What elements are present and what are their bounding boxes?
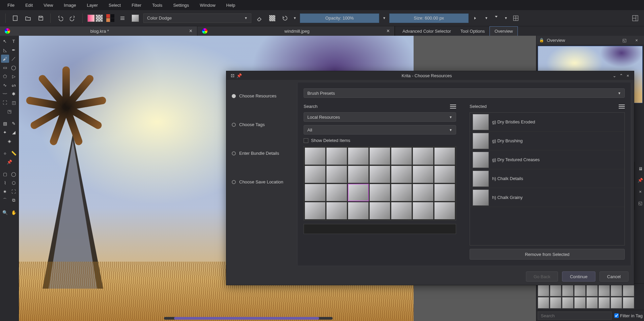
chevron-down-icon[interactable]: ▼: [383, 16, 386, 20]
preset-cell[interactable]: [413, 166, 433, 183]
docker-detach-icon[interactable]: ◱: [636, 198, 644, 208]
docker-monitor-icon[interactable]: 🖥: [636, 164, 644, 173]
menu-image[interactable]: Image: [59, 1, 81, 10]
preset-cell[interactable]: [391, 202, 412, 220]
selected-item[interactable]: g) Dry Brushing: [470, 132, 624, 150]
preset-cell[interactable]: [348, 166, 369, 183]
color-picker-tool-icon[interactable]: ✎: [10, 119, 18, 127]
brush-preset-thumb[interactable]: [611, 297, 622, 309]
show-deleted-checkbox[interactable]: Show Deleted Items: [304, 138, 456, 143]
polyline-tool-icon[interactable]: ▷: [10, 72, 18, 80]
brush-preset-thumb[interactable]: [598, 285, 610, 296]
menu-select[interactable]: Select: [104, 1, 125, 10]
pattern-options-icon[interactable]: [118, 13, 127, 23]
preset-cell[interactable]: [391, 166, 412, 183]
brush-preset-thumb[interactable]: [623, 297, 634, 309]
pan-tool-icon[interactable]: ✋: [10, 208, 18, 216]
blend-mode-select[interactable]: Color Dodge ▼: [143, 13, 251, 23]
freehand-path-tool-icon[interactable]: ᔕ: [10, 81, 18, 89]
menu-layer[interactable]: Layer: [82, 1, 103, 10]
multibrush-tool-icon[interactable]: ✱: [10, 90, 18, 98]
selected-item[interactable]: g) Dry Bristles Eroded: [470, 113, 624, 132]
add-to-selected-slot[interactable]: [304, 224, 456, 234]
preset-cell[interactable]: [348, 147, 369, 165]
menu-edit[interactable]: Edit: [21, 1, 37, 10]
preset-cell[interactable]: [305, 147, 326, 165]
rect-select-tool-icon[interactable]: ▢: [1, 170, 9, 178]
cancel-button[interactable]: Cancel: [599, 271, 628, 282]
selected-item[interactable]: h) Chalk Grainy: [470, 188, 624, 207]
source-select[interactable]: Local Resources▼: [304, 112, 456, 122]
horizontal-scrollbar[interactable]: [164, 317, 333, 320]
brush-search-input[interactable]: [538, 312, 612, 320]
contiguous-select-tool-icon[interactable]: ✷: [1, 187, 9, 196]
filter-in-tag-checkbox[interactable]: Filter in Tag: [614, 312, 643, 320]
transform-tool-icon[interactable]: ⛶: [1, 98, 9, 107]
dialog-maximize-icon[interactable]: ⌃: [618, 73, 624, 78]
preset-cell[interactable]: [434, 184, 455, 201]
chevron-down-icon[interactable]: ▼: [293, 16, 297, 20]
menu-settings[interactable]: Settings: [168, 1, 194, 10]
preset-cell[interactable]: [434, 147, 455, 165]
wizard-step-choose-save[interactable]: Choose Save Location: [232, 179, 292, 184]
tag-filter-select[interactable]: All▼: [304, 125, 456, 135]
preset-cell[interactable]: [434, 202, 455, 220]
alpha-lock-icon[interactable]: [268, 13, 277, 23]
preset-cell[interactable]: [305, 184, 326, 201]
preset-cell[interactable]: [326, 184, 347, 201]
preset-cell[interactable]: [369, 147, 390, 165]
freehand-select-tool-icon[interactable]: ⌇: [1, 179, 9, 187]
open-doc-icon[interactable]: [23, 13, 33, 23]
continue-button[interactable]: Continue: [562, 271, 595, 282]
fg-bg-colors[interactable]: [106, 14, 114, 22]
panel-tab-overview[interactable]: Overview: [489, 26, 518, 36]
dialog-titlebar[interactable]: ⛝ 📌 Krita - Choose Resources ⌄ ⌃ ×: [226, 71, 634, 80]
polygonal-select-tool-icon[interactable]: ⬡: [10, 179, 18, 187]
menu-filter[interactable]: Filter: [127, 1, 146, 10]
brush-preset-icon[interactable]: [131, 13, 140, 23]
brush-preset-thumb[interactable]: [562, 297, 573, 309]
fill-tool-icon[interactable]: ▧: [1, 119, 9, 127]
gradient-tool-icon[interactable]: ◢: [10, 128, 18, 136]
workspace-chooser-icon[interactable]: [631, 13, 640, 23]
menu-help[interactable]: Help: [222, 1, 240, 10]
polygon-tool-icon[interactable]: ⬠: [1, 72, 9, 80]
lock-icon[interactable]: 🔒: [539, 38, 544, 42]
document-tab-blog[interactable]: blog.kra * ×: [0, 26, 197, 36]
move-tool-icon[interactable]: ↖: [1, 37, 9, 45]
rectangle-tool-icon[interactable]: ▭: [1, 63, 9, 71]
edit-shapes-tool-icon[interactable]: ◺: [1, 46, 9, 54]
selected-item[interactable]: g) Dry Textured Creases: [470, 150, 624, 169]
crop-tool-icon[interactable]: ◳: [5, 107, 13, 115]
preset-cell[interactable]: [369, 202, 390, 220]
ellipse-select-tool-icon[interactable]: ◯: [10, 170, 18, 178]
reference-images-tool-icon[interactable]: 📌: [5, 158, 13, 166]
menu-tools[interactable]: Tools: [147, 1, 167, 10]
preset-cell[interactable]: [326, 147, 347, 165]
size-slider[interactable]: Size: 600.00 px: [389, 13, 469, 23]
measure-tool-icon[interactable]: 📏: [10, 149, 18, 157]
preset-cell[interactable]: [305, 166, 326, 183]
new-doc-icon[interactable]: [10, 13, 20, 23]
eraser-mode-icon[interactable]: [255, 13, 264, 23]
resource-type-select[interactable]: Brush Presets▼: [304, 88, 625, 98]
bezier-select-tool-icon[interactable]: ⌒: [1, 196, 9, 204]
text-tool-icon[interactable]: T: [10, 37, 18, 45]
wizard-step-enter-bundle[interactable]: Enter Bundle Details: [232, 151, 292, 156]
preset-cell[interactable]: [413, 147, 433, 165]
pattern-edit-tool-icon[interactable]: ◈: [5, 137, 13, 145]
float-docker-icon[interactable]: ◱: [620, 35, 629, 45]
selected-item[interactable]: h) Chalk Details: [470, 169, 624, 188]
view-options-icon[interactable]: [619, 105, 625, 109]
preset-cell[interactable]: [369, 184, 390, 201]
dynamic-brush-tool-icon[interactable]: 〰: [1, 90, 9, 98]
preset-cell[interactable]: [391, 147, 412, 165]
mirror-vertical-icon[interactable]: [492, 13, 501, 23]
preset-cell[interactable]: [326, 166, 347, 183]
preset-cell[interactable]: [348, 202, 369, 220]
line-tool-icon[interactable]: ／: [10, 55, 18, 63]
brush-preset-thumb[interactable]: [538, 297, 549, 309]
assistants-tool-icon[interactable]: ⟐: [1, 149, 9, 157]
close-tab-icon[interactable]: ×: [189, 28, 192, 34]
preset-cell[interactable]: [348, 184, 369, 201]
